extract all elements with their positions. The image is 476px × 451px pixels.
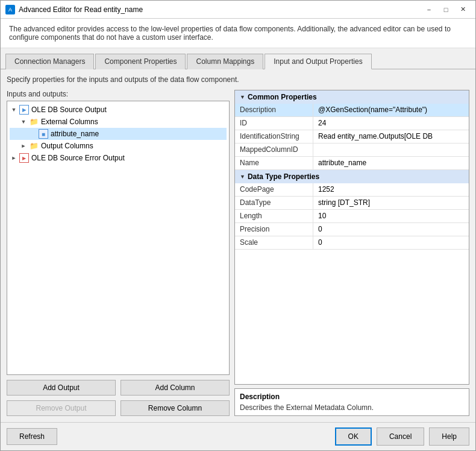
help-button[interactable]: Help (429, 427, 469, 446)
tab-column-mappings[interactable]: Column Mappings (187, 54, 263, 69)
footer-left: Refresh (7, 428, 57, 445)
icon-source-output: ▶ (19, 105, 29, 115)
description-line2: configure components that do not have a … (9, 33, 213, 42)
prop-name-id: ID (235, 117, 313, 130)
maximize-button[interactable]: □ (438, 4, 454, 16)
tree-item-ole-db-error-output[interactable]: ► ▶ OLE DB Source Error Output (10, 152, 227, 164)
prop-row-scale[interactable]: Scale 0 (235, 236, 469, 250)
prop-row-codepage[interactable]: CodePage 1252 (235, 183, 469, 197)
prop-name-mappedcolumnid: MappedColumnID (235, 144, 313, 156)
prop-value-codepage: 1252 (313, 183, 469, 196)
prop-name-length: Length (235, 210, 313, 222)
left-panel: Inputs and outputs: ▼ ▶ OLE DB Source Ou… (7, 90, 230, 416)
icon-error-output: ▶ (19, 153, 29, 163)
prop-name-codepage: CodePage (235, 183, 313, 196)
prop-value-identification: Read entity_name.Outputs[OLE DB (313, 130, 469, 143)
prop-row-identification[interactable]: IdentificationString Read entity_name.Ou… (235, 130, 469, 144)
prop-name-name: Name (235, 157, 313, 169)
data-type-properties-header: ▼ Data Type Properties (235, 170, 469, 183)
expander-output-columns[interactable]: ► (19, 142, 28, 150)
button-row-bottom: Remove Output Remove Column (7, 400, 230, 416)
inputs-label: Inputs and outputs: (7, 90, 230, 98)
prop-value-description: @XGenSection(name="Attribute") (313, 104, 469, 116)
main-panel: Inputs and outputs: ▼ ▶ OLE DB Source Ou… (7, 90, 469, 416)
button-row-top: Add Output Add Column (7, 380, 230, 396)
window-controls: − □ ✕ (421, 4, 471, 16)
add-column-button[interactable]: Add Column (121, 380, 230, 396)
tabs-container: Connection Managers Component Properties… (1, 48, 475, 69)
prop-name-precision: Precision (235, 223, 313, 236)
expander-ole-db-source-output[interactable]: ▼ (10, 106, 18, 114)
description-line1: The advanced editor provides access to t… (9, 25, 451, 33)
label-ole-db-source-output: OLE DB Source Output (31, 106, 107, 114)
prop-row-description[interactable]: Description @XGenSection(name="Attribute… (235, 104, 469, 117)
remove-output-button[interactable]: Remove Output (7, 400, 116, 416)
close-button[interactable]: ✕ (455, 4, 471, 16)
prop-row-id[interactable]: ID 24 (235, 117, 469, 130)
description-box: Description Describes the External Metad… (234, 388, 469, 416)
prop-row-name[interactable]: Name attribute_name (235, 157, 469, 170)
tree-item-ole-db-source-output[interactable]: ▼ ▶ OLE DB Source Output (10, 104, 227, 116)
cancel-button[interactable]: Cancel (377, 427, 424, 446)
common-properties-label: Common Properties (248, 93, 317, 101)
properties-container: ▼ Common Properties Description @XGenSec… (234, 90, 469, 385)
prop-value-datatype: string [DT_STR] (313, 197, 469, 209)
expander-external-columns[interactable]: ▼ (19, 118, 28, 126)
expander-error-output[interactable]: ► (10, 154, 18, 162)
prop-name-scale: Scale (235, 236, 313, 249)
title-bar: A Advanced Editor for Read entity_name −… (1, 1, 475, 19)
expander-attribute-name (29, 130, 37, 138)
ok-button[interactable]: OK (335, 427, 372, 446)
tab-component-properties[interactable]: Component Properties (95, 54, 186, 69)
tree-item-output-columns[interactable]: ► 📁 Output Columns (10, 140, 227, 152)
footer-right: OK Cancel Help (335, 427, 469, 446)
icon-folder-output: 📁 (29, 141, 39, 151)
prop-value-length: 10 (313, 210, 469, 222)
prop-name-description: Description (235, 104, 313, 116)
description-area: The advanced editor provides access to t… (1, 19, 475, 48)
prop-row-mappedcolumnid[interactable]: MappedColumnID (235, 144, 469, 157)
prop-value-scale: 0 (313, 236, 469, 249)
data-type-arrow: ▼ (240, 174, 245, 180)
footer: Refresh OK Cancel Help (1, 422, 475, 450)
right-panel: ▼ Common Properties Description @XGenSec… (234, 90, 469, 416)
tab-input-output-properties[interactable]: Input and Output Properties (265, 54, 371, 69)
window-title: Advanced Editor for Read entity_name (19, 5, 421, 14)
prop-value-precision: 0 (313, 223, 469, 236)
specify-text: Specify properties for the inputs and ou… (7, 75, 469, 84)
common-properties-header: ▼ Common Properties (235, 90, 469, 104)
tree-item-attribute-name[interactable]: ■ attribute_name (10, 128, 227, 140)
prop-value-id: 24 (313, 117, 469, 130)
minimize-button[interactable]: − (421, 4, 437, 16)
icon-field-attribute: ■ (39, 129, 48, 139)
prop-row-precision[interactable]: Precision 0 (235, 223, 469, 236)
tree-item-external-columns[interactable]: ▼ 📁 External Columns (10, 116, 227, 128)
prop-value-mappedcolumnid (313, 144, 469, 156)
add-output-button[interactable]: Add Output (7, 380, 116, 396)
description-box-text: Describes the External Metadata Column. (240, 403, 464, 412)
refresh-button[interactable]: Refresh (7, 428, 57, 445)
content-area: Specify properties for the inputs and ou… (1, 69, 475, 422)
common-arrow: ▼ (240, 94, 245, 100)
description-box-title: Description (240, 393, 464, 401)
prop-name-identification: IdentificationString (235, 130, 313, 143)
label-output-columns: Output Columns (41, 142, 93, 150)
icon-folder-external: 📁 (29, 117, 39, 127)
data-type-properties-label: Data Type Properties (248, 172, 319, 181)
tree-container[interactable]: ▼ ▶ OLE DB Source Output ▼ 📁 External Co… (7, 101, 230, 375)
label-external-columns: External Columns (41, 118, 98, 126)
main-window: A Advanced Editor for Read entity_name −… (0, 0, 476, 451)
prop-row-datatype[interactable]: DataType string [DT_STR] (235, 197, 469, 210)
prop-name-datatype: DataType (235, 197, 313, 209)
prop-value-name: attribute_name (313, 157, 469, 169)
remove-column-button[interactable]: Remove Column (121, 400, 230, 416)
label-error-output: OLE DB Source Error Output (31, 154, 125, 162)
app-icon: A (5, 5, 15, 14)
label-attribute-name: attribute_name (51, 130, 99, 138)
tab-connection-managers[interactable]: Connection Managers (5, 54, 94, 69)
prop-row-length[interactable]: Length 10 (235, 210, 469, 223)
